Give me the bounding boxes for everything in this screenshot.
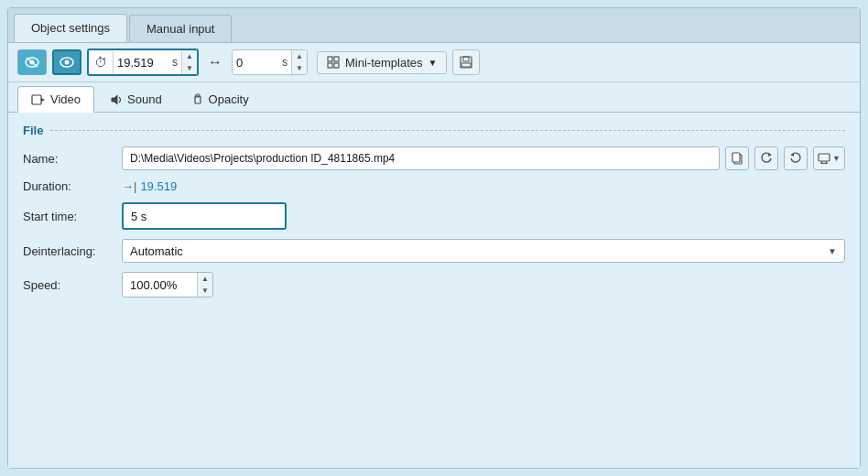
svg-marker-20 <box>790 153 794 157</box>
monitor-chevron: ▼ <box>832 154 841 163</box>
offset-spin: ▲ ▼ <box>291 50 307 74</box>
svg-rect-9 <box>461 57 472 68</box>
save-icon <box>459 55 473 70</box>
offset-spin-up[interactable]: ▲ <box>292 50 307 62</box>
show-icon <box>60 57 74 68</box>
svg-rect-21 <box>819 154 830 161</box>
speed-row: Speed: ▲ ▼ <box>23 272 845 298</box>
deinterlacing-chevron-icon: ▼ <box>828 246 837 256</box>
copy-path-button[interactable] <box>725 146 749 170</box>
monitor-button[interactable]: ▼ <box>813 146 845 170</box>
tab-manual-input[interactable]: Manual input <box>129 15 232 42</box>
svg-rect-18 <box>732 153 740 162</box>
offset-spin-down[interactable]: ▼ <box>292 62 307 74</box>
duration-spin-down[interactable]: ▼ <box>182 62 197 74</box>
svg-rect-7 <box>328 63 332 68</box>
tab-object-settings[interactable]: Object settings <box>14 14 127 42</box>
name-row: Name: D:\Media\Videos\Projects\productio… <box>23 146 845 170</box>
monitor-icon <box>818 153 830 164</box>
mini-templates-icon <box>327 56 340 69</box>
start-time-input[interactable] <box>124 207 287 226</box>
duration-label: Duration: <box>23 179 114 193</box>
file-path-input[interactable]: D:\Media\Videos\Projects\production ID_4… <box>122 146 720 170</box>
duration-spin: ▲ ▼ <box>181 50 197 74</box>
clock-icon: ⏱ <box>89 51 114 73</box>
deinterlacing-label: Deinterlacing: <box>23 244 114 258</box>
hide-button[interactable] <box>17 49 47 75</box>
sub-tab-video[interactable]: Video <box>17 86 94 113</box>
main-container: Object settings Manual input ⏱ s ▲ <box>7 7 861 469</box>
reload-left-icon <box>760 152 773 165</box>
svg-marker-13 <box>41 98 45 102</box>
offset-input[interactable] <box>233 53 278 72</box>
svg-rect-10 <box>463 57 469 61</box>
mini-templates-label: Mini-templates <box>345 56 423 70</box>
deinterlacing-row: Deinterlacing: Automatic ▼ <box>23 239 845 263</box>
top-tabs-row: Object settings Manual input <box>8 8 860 43</box>
reload-left-button[interactable] <box>754 146 778 170</box>
reload-right-icon <box>789 152 802 165</box>
duration-spin-up[interactable]: ▲ <box>182 50 197 62</box>
start-time-label: Start time: <box>23 210 114 223</box>
show-button[interactable] <box>52 49 81 75</box>
chevron-down-icon: ▼ <box>429 58 438 68</box>
offset-input-group: s ▲ ▼ <box>232 49 308 75</box>
sub-tab-video-label: Video <box>50 92 81 106</box>
duration-input-group: ⏱ s ▲ ▼ <box>87 49 199 76</box>
svg-marker-19 <box>768 153 772 157</box>
video-icon <box>31 93 46 106</box>
svg-rect-12 <box>32 95 41 104</box>
duration-value-text: 19.519 <box>140 179 177 193</box>
arrow-both-icon: ↔ <box>204 54 226 70</box>
svg-point-4 <box>65 60 70 65</box>
speed-spin-down[interactable]: ▼ <box>198 285 212 297</box>
start-time-input-group: ▲ ▼ <box>122 202 287 230</box>
start-time-row: Start time: ▲ ▼ <box>23 202 845 230</box>
file-section-line <box>50 130 845 131</box>
sub-tab-opacity[interactable]: Opacity <box>178 86 263 112</box>
deinterlacing-value: Automatic <box>130 244 183 258</box>
speed-spin: ▲ ▼ <box>197 273 212 297</box>
sub-tab-opacity-label: Opacity <box>209 92 249 106</box>
hide-icon <box>25 57 39 68</box>
speed-spin-up[interactable]: ▲ <box>198 273 212 285</box>
toolbar-row: ⏱ s ▲ ▼ ↔ s ▲ ▼ <box>8 43 860 82</box>
svg-rect-8 <box>334 63 339 68</box>
sound-icon <box>110 93 123 106</box>
svg-rect-11 <box>461 63 471 67</box>
duration-unit: s <box>168 53 181 71</box>
duration-input[interactable] <box>114 53 168 72</box>
sub-tab-sound[interactable]: Sound <box>96 86 176 112</box>
speed-input-group: ▲ ▼ <box>122 272 213 298</box>
file-section-title: File <box>23 124 43 137</box>
sub-tab-sound-label: Sound <box>127 92 162 106</box>
deinterlacing-select[interactable]: Automatic ▼ <box>122 239 845 263</box>
duration-row: Duration: →| 19.519 <box>23 179 845 193</box>
name-label: Name: <box>23 152 114 166</box>
reload-right-button[interactable] <box>784 146 808 170</box>
content-area: File Name: D:\Media\Videos\Projects\prod… <box>8 113 860 468</box>
file-path-text: D:\Media\Videos\Projects\production ID_4… <box>130 152 395 165</box>
speed-label: Speed: <box>23 278 114 292</box>
copy-icon <box>732 152 743 165</box>
sub-tabs-row: Video Sound Opacity <box>8 82 860 113</box>
mini-templates-button[interactable]: Mini-templates ▼ <box>317 51 447 74</box>
duration-value-group: →| 19.519 <box>122 179 177 193</box>
offset-unit: s <box>278 53 291 71</box>
svg-rect-6 <box>334 57 339 61</box>
opacity-icon <box>191 93 204 106</box>
save-button[interactable] <box>452 49 480 75</box>
svg-marker-14 <box>112 95 117 104</box>
name-value-group: D:\Media\Videos\Projects\production ID_4… <box>122 146 845 170</box>
svg-rect-5 <box>328 57 332 61</box>
file-section-header: File <box>23 124 845 137</box>
speed-input[interactable] <box>123 276 197 295</box>
duration-arrow-icon: →| <box>122 179 136 193</box>
